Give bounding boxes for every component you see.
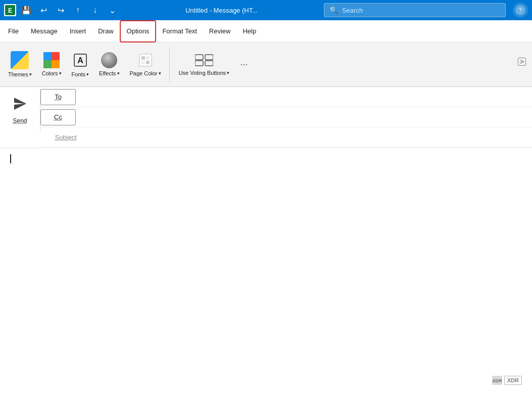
- menu-file[interactable]: File: [2, 20, 25, 42]
- page-color-label: Page Color▾: [130, 70, 161, 77]
- page-color-icon: [137, 52, 154, 68]
- app-icon: E: [4, 4, 16, 16]
- menu-options[interactable]: Options: [120, 20, 157, 42]
- subject-input[interactable]: [81, 129, 532, 145]
- subject-row: Subject: [40, 127, 532, 148]
- menu-message[interactable]: Message: [25, 20, 64, 42]
- svg-rect-13: [141, 61, 145, 64]
- svg-text:A: A: [77, 56, 83, 65]
- user-avatar[interactable]: ?: [513, 3, 528, 18]
- search-box[interactable]: 🔍: [324, 3, 506, 17]
- send-button[interactable]: Send: [0, 87, 40, 133]
- more-button[interactable]: ···: [236, 48, 252, 81]
- send-label: Send: [13, 117, 27, 124]
- recipients-section: Send To Cc Subject: [0, 87, 532, 148]
- customize-button[interactable]: ⌄: [105, 3, 119, 17]
- compose-area: Send To Cc Subject: [0, 87, 532, 395]
- svg-rect-12: [146, 56, 150, 60]
- up-button[interactable]: ↑: [71, 3, 85, 17]
- cursor: [10, 154, 11, 163]
- search-icon: 🔍: [329, 6, 338, 14]
- svg-rect-18: [205, 61, 213, 66]
- search-input[interactable]: [342, 7, 500, 14]
- voting-label: Use Voting Buttons▾: [179, 70, 230, 76]
- down-button[interactable]: ↓: [88, 3, 102, 17]
- menu-help[interactable]: Help: [236, 20, 262, 42]
- colors-button[interactable]: Colors▾: [38, 48, 66, 81]
- effects-button[interactable]: Effects▾: [95, 48, 123, 81]
- menu-draw[interactable]: Draw: [92, 20, 119, 42]
- svg-rect-7: [52, 60, 60, 68]
- undo-button[interactable]: ↩: [36, 3, 51, 17]
- to-button[interactable]: To: [40, 89, 76, 105]
- fonts-icon: A: [72, 51, 88, 69]
- to-row: To: [40, 87, 532, 107]
- colors-icon: [43, 52, 60, 68]
- svg-rect-14: [146, 61, 150, 64]
- subject-label: Subject: [40, 134, 81, 141]
- to-input[interactable]: [76, 89, 532, 105]
- menu-review[interactable]: Review: [203, 20, 237, 42]
- ribbon-expander[interactable]: [518, 58, 526, 66]
- effects-label: Effects▾: [99, 70, 119, 77]
- svg-rect-15: [195, 55, 203, 60]
- themes-button[interactable]: Themes▾: [4, 48, 36, 81]
- redo-button[interactable]: ↪: [54, 3, 68, 17]
- menu-format-text[interactable]: Format Text: [156, 20, 203, 42]
- svg-rect-11: [141, 56, 145, 60]
- save-button[interactable]: 💾: [19, 3, 33, 17]
- svg-rect-5: [52, 52, 60, 60]
- menu-bar: File Message Insert Draw Options Format …: [0, 20, 532, 42]
- svg-rect-4: [43, 52, 52, 60]
- ribbon: Themes▾ Colors▾ A Fonts▾: [0, 42, 532, 87]
- cc-row: Cc: [40, 107, 532, 127]
- cc-input[interactable]: [76, 109, 532, 125]
- svg-text:?: ?: [519, 7, 522, 13]
- voting-icon: [195, 53, 213, 67]
- watermark: XDR XDR: [492, 376, 522, 385]
- themes-icon: [11, 51, 29, 69]
- colors-label: Colors▾: [42, 70, 62, 77]
- svg-text:E: E: [8, 7, 12, 14]
- fonts-button[interactable]: A Fonts▾: [68, 48, 93, 81]
- watermark-text: XDR: [504, 376, 522, 385]
- ribbon-separator: [169, 47, 170, 82]
- svg-text:XDR: XDR: [492, 378, 502, 383]
- body-area[interactable]: [0, 148, 532, 395]
- svg-rect-16: [195, 61, 203, 66]
- svg-rect-10: [139, 54, 152, 66]
- svg-rect-6: [43, 60, 52, 68]
- menu-insert[interactable]: Insert: [64, 20, 92, 42]
- email-fields: To Cc Subject: [40, 87, 532, 148]
- cc-button[interactable]: Cc: [40, 109, 76, 125]
- window-title: Untitled - Message (HT...: [122, 7, 321, 14]
- send-icon: [12, 96, 28, 115]
- effects-icon: [101, 52, 117, 68]
- fonts-label: Fonts▾: [72, 71, 89, 78]
- voting-buttons-button[interactable]: Use Voting Buttons▾: [174, 48, 235, 81]
- title-bar: E 💾 ↩ ↪ ↑ ↓ ⌄ Untitled - Message (HT... …: [0, 0, 532, 20]
- more-label: ···: [240, 59, 248, 70]
- themes-label: Themes▾: [8, 71, 32, 78]
- page-color-button[interactable]: Page Color▾: [126, 48, 165, 81]
- svg-rect-17: [205, 55, 213, 60]
